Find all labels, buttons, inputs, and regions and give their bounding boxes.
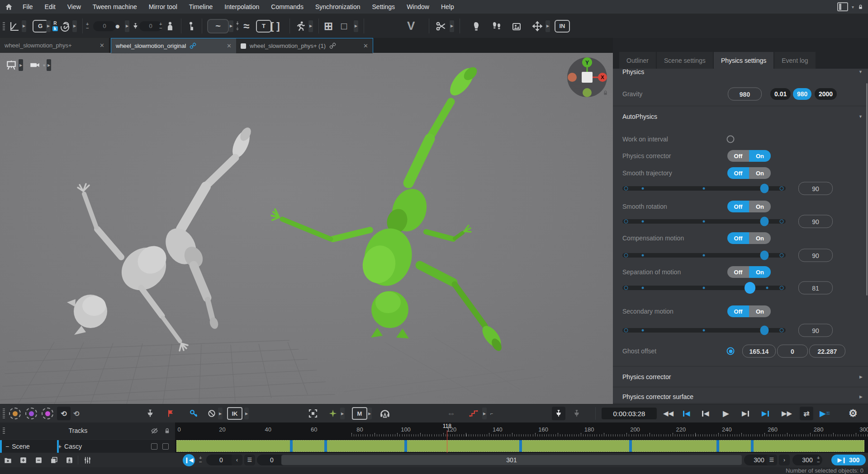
separation-of-motion-value[interactable]: 81 bbox=[798, 282, 833, 295]
slider-handle[interactable] bbox=[760, 326, 769, 335]
track-visibility-checkbox[interactable] bbox=[151, 443, 157, 450]
tab-outliner[interactable]: Outliner bbox=[619, 52, 656, 69]
slider-handle[interactable] bbox=[760, 217, 769, 226]
rk-badge-icon[interactable]: R k bbox=[52, 14, 58, 38]
cascy-track-label[interactable]: Cascy bbox=[64, 443, 82, 450]
panel-scrollbar[interactable] bbox=[866, 83, 868, 296]
section-autophysics[interactable]: AutoPhysics bbox=[622, 113, 657, 120]
snapshot-person-icon[interactable] bbox=[511, 14, 522, 38]
link-icon[interactable] bbox=[329, 42, 336, 49]
stretch-frames-icon[interactable]: ⇔ bbox=[447, 404, 455, 422]
interpolation-expander[interactable] bbox=[229, 14, 233, 38]
smooth-trajectory-slider[interactable] bbox=[622, 186, 786, 191]
list-right-icon[interactable]: ☰ bbox=[766, 453, 777, 467]
loop-playback-button[interactable]: ⇄ bbox=[800, 404, 813, 422]
slider-handle[interactable] bbox=[745, 282, 755, 294]
jump-to-end-button[interactable]: ▶ bbox=[762, 404, 769, 422]
in-button[interactable]: IN bbox=[555, 14, 570, 38]
brackets-icon[interactable]: [ ] bbox=[270, 14, 280, 38]
remove-track-button[interactable] bbox=[34, 453, 43, 467]
physics-cut-icon[interactable] bbox=[435, 14, 447, 38]
jump-end-frame-button[interactable]: ▶❙300 bbox=[831, 455, 866, 465]
menu-commands[interactable]: Commands bbox=[265, 3, 309, 10]
separation-of-motion-toggle[interactable]: Off On bbox=[727, 266, 771, 278]
point-controller-purple-icon[interactable] bbox=[25, 404, 37, 422]
timeline-range-bar[interactable]: 301 bbox=[281, 455, 742, 465]
prev-key-button[interactable]: ‹ bbox=[232, 453, 242, 467]
section-physics[interactable]: Physics bbox=[622, 68, 644, 75]
toggle-on[interactable]: On bbox=[749, 232, 771, 244]
work-on-interval-radio[interactable] bbox=[727, 136, 735, 143]
pin-stepper[interactable] bbox=[159, 14, 162, 38]
slider-handle[interactable] bbox=[760, 184, 769, 193]
toggle-off[interactable]: Off bbox=[727, 232, 749, 244]
tween-value-field[interactable]: 0 bbox=[93, 14, 116, 38]
point-controller-orange-icon[interactable] bbox=[9, 404, 21, 422]
tab-close-icon[interactable]: ✕ bbox=[227, 42, 232, 49]
compensation-motion-toggle[interactable]: Off On bbox=[727, 232, 771, 244]
start-stepper[interactable] bbox=[199, 453, 202, 467]
point-controller-magenta-icon[interactable] bbox=[42, 404, 53, 422]
jump-to-start-button[interactable]: ◀ bbox=[683, 404, 690, 422]
import-track-button[interactable] bbox=[65, 453, 74, 467]
pin-disabled-icon[interactable] bbox=[573, 404, 581, 422]
menu-edit[interactable]: Edit bbox=[39, 3, 62, 10]
viewport-3d[interactable]: ▾ bbox=[0, 53, 613, 404]
section-autophysics-collapse-icon[interactable]: ▼ bbox=[859, 114, 863, 119]
toggle-off[interactable]: Off bbox=[727, 150, 749, 162]
menu-file[interactable]: File bbox=[17, 3, 39, 10]
physics-cut-expander[interactable] bbox=[450, 14, 454, 38]
keyframe-marker[interactable] bbox=[519, 440, 522, 452]
ghost-offset-radio[interactable] bbox=[727, 347, 735, 355]
timecode-display[interactable]: 0:00:03:28 bbox=[602, 408, 657, 419]
tab-close-icon[interactable]: ✕ bbox=[363, 42, 368, 49]
fast-forward-button[interactable]: ▶▶ bbox=[782, 404, 792, 422]
toggle-off[interactable]: Off bbox=[727, 201, 749, 212]
toggle-on[interactable]: On bbox=[749, 150, 771, 162]
keyframe-marker[interactable] bbox=[324, 440, 327, 452]
end-stepper[interactable] bbox=[817, 453, 820, 467]
secondary-motion-value[interactable]: 90 bbox=[798, 324, 833, 337]
select-frame-icon[interactable] bbox=[308, 404, 318, 422]
menu-synchronization[interactable]: Synchronization bbox=[309, 3, 366, 10]
gravity-preset-2000[interactable]: 2000 bbox=[815, 88, 837, 100]
animation-run-icon[interactable] bbox=[295, 14, 307, 38]
pose-half-icon[interactable] bbox=[185, 14, 196, 38]
section-physics-corrector-surface-expand-icon[interactable]: ▶ bbox=[859, 394, 863, 399]
menu-help[interactable]: Help bbox=[435, 3, 460, 10]
toggle-on[interactable]: On bbox=[749, 167, 771, 179]
smooth-rotation-value[interactable]: 90 bbox=[798, 215, 833, 228]
workspace-layout-icon[interactable] bbox=[837, 2, 848, 11]
logo-v-icon[interactable]: V bbox=[407, 14, 415, 38]
fixed-interpolation-icon[interactable]: ≈ bbox=[243, 14, 249, 38]
smooth-trajectory-toggle[interactable]: Off On bbox=[727, 167, 771, 179]
layout-dropdown-icon[interactable]: ▾ bbox=[852, 5, 854, 9]
section-physics-collapse-icon[interactable]: ▼ bbox=[859, 70, 863, 74]
list-left-icon[interactable]: ☰ bbox=[244, 453, 255, 467]
separation-of-motion-slider[interactable] bbox=[622, 286, 786, 290]
pin-pressed-button[interactable] bbox=[552, 404, 565, 422]
character-icon[interactable] bbox=[165, 14, 175, 38]
tab-wheel-slowmotion-original[interactable]: wheel_slowmotion_original ✕ bbox=[111, 38, 236, 53]
gravity-input[interactable]: 980 bbox=[728, 88, 762, 101]
transform-arrows-icon[interactable] bbox=[532, 14, 543, 38]
add-track-button[interactable] bbox=[19, 453, 28, 467]
grid-window-icon[interactable]: ⊞ bbox=[324, 14, 333, 38]
toggle-off[interactable]: Off bbox=[727, 266, 749, 278]
ik-button[interactable]: IK bbox=[227, 404, 242, 422]
animation-run-expander[interactable] bbox=[308, 14, 313, 38]
audio-mixer-button[interactable] bbox=[83, 453, 92, 467]
scene-track-label[interactable]: Scene bbox=[12, 443, 30, 450]
interpolation-wave-button[interactable]: ~ bbox=[207, 14, 229, 38]
pin-value-field[interactable]: 0 bbox=[139, 14, 162, 38]
trajectory-corner-icon[interactable]: ⌐ bbox=[490, 404, 493, 422]
keyframe-marker[interactable] bbox=[290, 440, 293, 452]
tab-close-icon[interactable]: ✕ bbox=[100, 42, 104, 49]
physics-corrector-toggle[interactable]: Off On bbox=[727, 150, 771, 162]
flag-marker-icon[interactable] bbox=[166, 404, 175, 422]
keyframe-marker[interactable] bbox=[716, 440, 719, 452]
tween-dot-icon[interactable]: ● bbox=[115, 14, 120, 38]
track-lock-checkbox[interactable] bbox=[162, 443, 169, 450]
slider-handle[interactable] bbox=[760, 251, 769, 260]
menu-tween-machine[interactable]: Tween machine bbox=[87, 3, 143, 10]
